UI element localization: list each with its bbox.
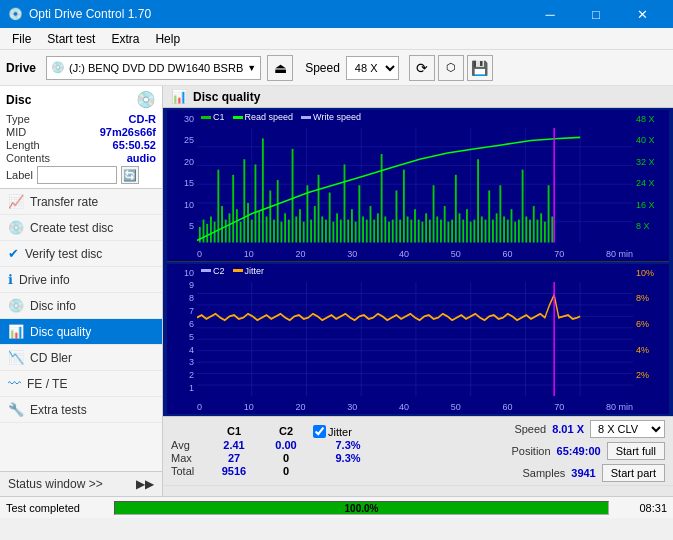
avg-c2: 0.00	[261, 439, 311, 451]
status-window-button[interactable]: Status window >> ▶▶	[0, 471, 162, 496]
menu-file[interactable]: File	[4, 30, 39, 48]
chart2-legend: C2 Jitter	[201, 266, 264, 276]
label-refresh-button[interactable]: 🔄	[121, 166, 139, 184]
svg-rect-36	[288, 220, 290, 243]
clv-select[interactable]: 8 X CLV 16 X CLV 24 X CLV	[590, 420, 665, 438]
start-part-button[interactable]: Start part	[602, 464, 665, 482]
svg-rect-40	[303, 222, 305, 243]
avg-c1: 2.41	[209, 439, 259, 451]
svg-rect-75	[433, 185, 435, 242]
menu-bar: File Start test Extra Help	[0, 28, 673, 50]
chart1-svg	[197, 128, 633, 243]
chart1-wrapper: 30 25 20 15 10 5 48 X 40 X 32 X 24 X 16 …	[167, 110, 669, 262]
svg-rect-66	[399, 220, 401, 243]
status-text: Test completed	[6, 502, 106, 514]
nav-disc-quality[interactable]: 📊 Disc quality	[0, 319, 162, 345]
nav-cd-bler-label: CD Bler	[30, 351, 72, 365]
nav-disc-info[interactable]: 💿 Disc info	[0, 293, 162, 319]
toolbar: Drive 💿 (J:) BENQ DVD DD DW1640 BSRB ▼ ⏏…	[0, 50, 673, 86]
samples-value: 3941	[571, 467, 595, 479]
nav-create-test-disc[interactable]: 💿 Create test disc	[0, 215, 162, 241]
c2-legend-color	[201, 269, 211, 272]
samples-row: Samples 3941 Start part	[522, 464, 665, 482]
nav-fe-te[interactable]: 〰 FE / TE	[0, 371, 162, 397]
svg-rect-34	[280, 222, 282, 243]
svg-rect-105	[544, 222, 546, 243]
drive-value: (J:) BENQ DVD DD DW1640 BSRB	[69, 62, 243, 74]
main-layout: Disc 💿 Type CD-R MID 97m26s66f Length 65…	[0, 86, 673, 496]
extra-tests-icon: 🔧	[8, 402, 24, 417]
svg-rect-18	[221, 206, 223, 242]
sidebar: Disc 💿 Type CD-R MID 97m26s66f Length 65…	[0, 86, 163, 496]
maximize-button[interactable]: □	[573, 0, 619, 28]
position-row: Position 65:49:00 Start full	[511, 442, 665, 460]
chart2-x-axis: 0 10 20 30 40 50 60 70 80 min	[197, 402, 633, 412]
menu-help[interactable]: Help	[147, 30, 188, 48]
svg-rect-52	[347, 220, 349, 243]
speed-select[interactable]: 48 X 40 X 32 X 24 X 16 X	[346, 56, 399, 80]
svg-rect-44	[318, 175, 320, 243]
svg-rect-56	[362, 216, 364, 242]
svg-rect-97	[514, 222, 516, 243]
write-speed-legend-label: Write speed	[313, 112, 361, 122]
svg-rect-69	[410, 220, 412, 243]
nav-fe-te-label: FE / TE	[27, 377, 67, 391]
svg-rect-67	[403, 170, 405, 243]
close-button[interactable]: ✕	[619, 0, 665, 28]
nav-cd-bler[interactable]: 📉 CD Bler	[0, 345, 162, 371]
toolbar-btn-2[interactable]: ⬡	[438, 55, 464, 81]
label-input[interactable]	[37, 166, 117, 184]
menu-start-test[interactable]: Start test	[39, 30, 103, 48]
jitter-checkbox[interactable]	[313, 425, 326, 438]
svg-rect-17	[217, 170, 219, 243]
disc-panel-title: Disc	[6, 93, 31, 107]
jitter-checkbox-row: Jitter	[313, 425, 383, 438]
chart2-wrapper: 10 9 8 7 6 5 4 3 2 1 10% 8% 6% 4	[167, 264, 669, 415]
stats-row1: C1 C2 Jitter Avg 2.41 0.00 7.3% Max 27 0	[163, 417, 673, 486]
mid-value: 97m26s66f	[100, 126, 156, 138]
length-key: Length	[6, 139, 40, 151]
start-full-button[interactable]: Start full	[607, 442, 665, 460]
jitter-legend-color	[233, 269, 243, 272]
disc-panel-icon: 💿	[136, 90, 156, 109]
toolbar-btn-1[interactable]: ⟳	[409, 55, 435, 81]
avg-jitter: 7.3%	[313, 439, 383, 451]
stats-controls: Speed 8.01 X 8 X CLV 16 X CLV 24 X CLV P…	[393, 420, 665, 482]
svg-rect-21	[232, 175, 234, 243]
total-c1: 9516	[209, 465, 259, 477]
max-c1: 27	[209, 452, 259, 464]
svg-rect-33	[277, 180, 279, 242]
nav-drive-info[interactable]: ℹ Drive info	[0, 267, 162, 293]
svg-rect-48	[332, 222, 334, 243]
disc-panel: Disc 💿 Type CD-R MID 97m26s66f Length 65…	[0, 86, 162, 189]
svg-rect-57	[366, 220, 368, 243]
svg-rect-83	[462, 220, 464, 243]
samples-label: Samples	[522, 467, 565, 479]
nav-extra-tests[interactable]: 🔧 Extra tests	[0, 397, 162, 423]
avg-label: Avg	[171, 439, 207, 451]
app-title: Opti Drive Control 1.70	[29, 7, 151, 21]
eject-button[interactable]: ⏏	[267, 55, 293, 81]
type-key: Type	[6, 113, 30, 125]
svg-rect-24	[243, 159, 245, 242]
svg-rect-71	[418, 220, 420, 243]
svg-rect-63	[388, 222, 390, 243]
svg-rect-96	[511, 209, 513, 242]
toolbar-btn-3[interactable]: 💾	[467, 55, 493, 81]
nav-transfer-rate[interactable]: 📈 Transfer rate	[0, 189, 162, 215]
svg-rect-107	[551, 216, 553, 242]
stats-area: C1 C2 Jitter Avg 2.41 0.00 7.3% Max 27 0	[163, 416, 673, 496]
svg-rect-26	[251, 220, 253, 243]
svg-rect-50	[340, 220, 342, 243]
status-window-arrow-icon: ▶▶	[136, 477, 154, 491]
minimize-button[interactable]: ─	[527, 0, 573, 28]
chart2-svg	[197, 282, 633, 397]
nav-verify-test-disc[interactable]: ✔ Verify test disc	[0, 241, 162, 267]
svg-rect-23	[240, 222, 242, 243]
svg-rect-73	[425, 213, 427, 242]
svg-rect-55	[358, 185, 360, 242]
contents-key: Contents	[6, 152, 50, 164]
write-speed-legend-color	[301, 116, 311, 119]
svg-rect-102	[533, 206, 535, 242]
menu-extra[interactable]: Extra	[103, 30, 147, 48]
